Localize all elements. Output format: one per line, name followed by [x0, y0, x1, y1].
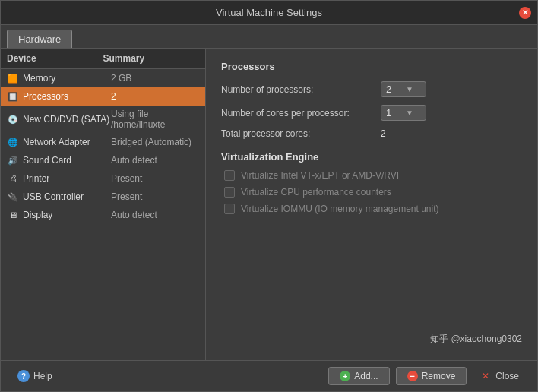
checkbox-1[interactable]: [224, 187, 235, 198]
device-items-container: 🟧 Memory 2 GB 🔲 Processors 2 💿 New CD/DV…: [1, 69, 205, 224]
device-name-printer: Printer: [23, 173, 111, 184]
col-header-device: Device: [7, 53, 103, 64]
remove-icon: −: [407, 371, 418, 381]
close-icon: ✕: [482, 371, 489, 381]
device-icon-processors: 🔲: [7, 90, 19, 103]
device-list-header: Device Summary: [1, 49, 205, 69]
help-button[interactable]: ? Help: [10, 367, 60, 385]
right-panel: Processors Number of processors: 2 ▼ Num…: [206, 49, 537, 360]
device-list: Device Summary 🟧 Memory 2 GB 🔲 Processor…: [1, 49, 206, 360]
setting-label-2: Total processor cores:: [221, 128, 381, 139]
add-button[interactable]: + Add...: [328, 367, 389, 385]
device-name-cdrom: New CD/DVD (SATA): [23, 114, 111, 125]
device-summary-network: Bridged (Automatic): [111, 137, 199, 147]
device-item-display[interactable]: 🖥 Display Auto detect: [1, 206, 205, 224]
device-item-printer[interactable]: 🖨 Printer Present: [1, 169, 205, 188]
add-label: Add...: [354, 371, 378, 381]
device-name-processors: Processors: [23, 91, 111, 102]
device-icon-display: 🖥: [7, 209, 19, 221]
setting-value-0: 2: [386, 84, 401, 95]
device-name-sound: Sound Card: [23, 155, 111, 166]
titlebar: Virtual Machine Settings ✕: [1, 1, 537, 25]
device-summary-memory: 2 GB: [111, 73, 199, 84]
select-arrow-0: ▼: [406, 85, 421, 93]
setting-rows-container: Number of processors: 2 ▼ Number of core…: [221, 81, 522, 139]
bottom-right: + Add... − Remove ✕ Close: [328, 367, 528, 385]
device-item-network[interactable]: 🌐 Network Adapter Bridged (Automatic): [1, 133, 205, 151]
device-summary-processors: 2: [111, 91, 199, 102]
setting-value-1: 1: [386, 107, 401, 119]
device-summary-display: Auto detect: [111, 210, 199, 220]
titlebar-close-button[interactable]: ✕: [519, 7, 531, 19]
device-summary-sound: Auto detect: [111, 155, 199, 166]
device-icon-network: 🌐: [7, 136, 19, 148]
device-icon-cdrom: 💿: [7, 113, 19, 125]
tab-bar: Hardware: [1, 25, 537, 49]
virtualization-section-title: Virtualization Engine: [221, 151, 522, 163]
setting-row-0: Number of processors: 2 ▼: [221, 81, 522, 97]
select-arrow-1: ▼: [406, 109, 421, 117]
device-summary-usb: Present: [111, 191, 199, 202]
content-area: Device Summary 🟧 Memory 2 GB 🔲 Processor…: [1, 49, 537, 360]
checkbox-0[interactable]: [224, 170, 235, 181]
setting-select-1[interactable]: 1 ▼: [381, 105, 426, 121]
close-label: Close: [495, 371, 519, 381]
device-summary-cdrom: Using file /home/linuxte: [111, 109, 199, 130]
remove-button[interactable]: − Remove: [396, 367, 467, 385]
device-item-memory[interactable]: 🟧 Memory 2 GB: [1, 69, 205, 87]
help-icon: ?: [17, 370, 30, 382]
close-button[interactable]: ✕ Close: [473, 367, 528, 385]
col-header-summary: Summary: [103, 53, 200, 64]
setting-select-0[interactable]: 2 ▼: [381, 81, 426, 97]
add-icon: +: [340, 371, 350, 381]
device-item-processors[interactable]: 🔲 Processors 2: [1, 87, 205, 106]
setting-row-1: Number of cores per processor: 1 ▼: [221, 105, 522, 121]
device-summary-printer: Present: [111, 173, 199, 184]
setting-value-2: 2: [381, 128, 386, 139]
checkbox-label-1: Virtualize CPU performance counters: [241, 187, 391, 198]
main-window: Virtual Machine Settings ✕ Hardware Devi…: [0, 0, 538, 392]
device-name-memory: Memory: [23, 73, 111, 84]
tab-hardware[interactable]: Hardware: [7, 30, 72, 48]
window-title: Virtual Machine Settings: [216, 7, 322, 18]
processors-section-title: Processors: [221, 61, 522, 72]
remove-label: Remove: [422, 371, 456, 381]
setting-row-2: Total processor cores: 2: [221, 128, 522, 139]
checkbox-label-2: Virtualize IOMMU (IO memory management u…: [241, 204, 439, 214]
bottom-bar: ? Help + Add... − Remove ✕ Close: [1, 360, 537, 391]
checkbox-row-0: Virtualize Intel VT-x/EPT or AMD-V/RVI: [221, 170, 522, 181]
device-item-usb[interactable]: 🔌 USB Controller Present: [1, 188, 205, 206]
device-name-network: Network Adapter: [23, 137, 111, 147]
device-name-display: Display: [23, 210, 111, 220]
device-icon-sound: 🔊: [7, 154, 19, 166]
device-icon-printer: 🖨: [7, 172, 19, 185]
device-item-sound[interactable]: 🔊 Sound Card Auto detect: [1, 151, 205, 169]
device-icon-usb: 🔌: [7, 191, 19, 203]
device-name-usb: USB Controller: [23, 191, 111, 202]
setting-label-0: Number of processors:: [221, 84, 381, 95]
checkbox-label-0: Virtualize Intel VT-x/EPT or AMD-V/RVI: [241, 170, 399, 181]
checkbox-row-2: Virtualize IOMMU (IO memory management u…: [221, 204, 522, 214]
device-item-cdrom[interactable]: 💿 New CD/DVD (SATA) Using file /home/lin…: [1, 106, 205, 133]
setting-label-1: Number of cores per processor:: [221, 108, 381, 119]
checkboxes-container: Virtualize Intel VT-x/EPT or AMD-V/RVI V…: [221, 170, 522, 214]
device-icon-memory: 🟧: [7, 72, 19, 84]
checkbox-2[interactable]: [224, 204, 235, 214]
help-label: Help: [33, 371, 52, 381]
bottom-left: ? Help: [10, 367, 60, 385]
checkbox-row-1: Virtualize CPU performance counters: [221, 187, 522, 198]
